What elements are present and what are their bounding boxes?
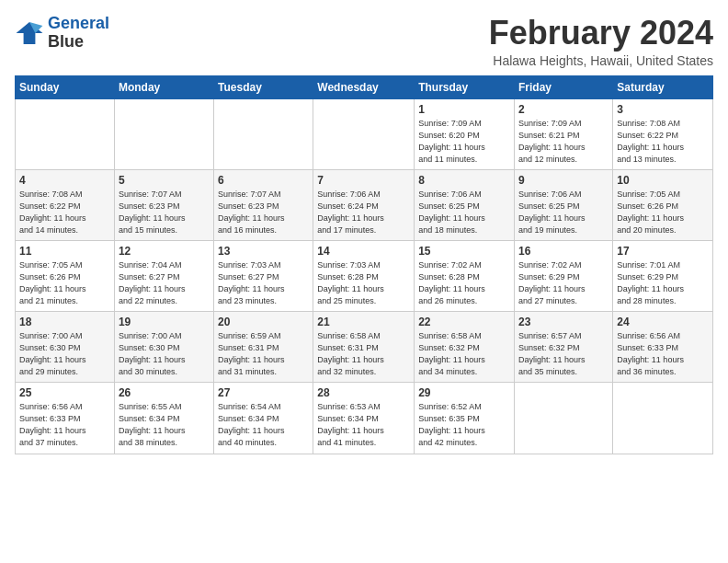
day-number: 19 bbox=[119, 316, 210, 328]
calendar-cell bbox=[16, 98, 115, 169]
day-info: Sunrise: 6:58 AM Sunset: 6:31 PM Dayligh… bbox=[317, 330, 410, 378]
day-of-week-header: Friday bbox=[515, 75, 613, 98]
day-number: 9 bbox=[518, 174, 609, 187]
calendar-cell: 25Sunrise: 6:56 AM Sunset: 6:33 PM Dayli… bbox=[16, 383, 115, 454]
calendar-cell: 17Sunrise: 7:01 AM Sunset: 6:29 PM Dayli… bbox=[613, 240, 713, 311]
day-number: 7 bbox=[317, 174, 410, 187]
calendar-cell: 21Sunrise: 6:58 AM Sunset: 6:31 PM Dayli… bbox=[313, 312, 415, 383]
day-info: Sunrise: 7:08 AM Sunset: 6:22 PM Dayligh… bbox=[617, 118, 709, 166]
day-info: Sunrise: 6:59 AM Sunset: 6:31 PM Dayligh… bbox=[218, 330, 309, 378]
day-info: Sunrise: 6:58 AM Sunset: 6:32 PM Dayligh… bbox=[418, 330, 510, 378]
day-number: 25 bbox=[19, 386, 110, 399]
day-number: 21 bbox=[317, 316, 410, 328]
calendar-cell: 16Sunrise: 7:02 AM Sunset: 6:29 PM Dayli… bbox=[515, 240, 613, 311]
day-of-week-header: Wednesday bbox=[313, 75, 415, 98]
day-number: 18 bbox=[19, 316, 110, 328]
day-info: Sunrise: 7:06 AM Sunset: 6:25 PM Dayligh… bbox=[518, 189, 609, 236]
calendar-cell: 4Sunrise: 7:08 AM Sunset: 6:22 PM Daylig… bbox=[16, 169, 115, 240]
calendar-cell bbox=[214, 98, 313, 169]
day-info: Sunrise: 7:01 AM Sunset: 6:29 PM Dayligh… bbox=[617, 259, 709, 307]
day-number: 13 bbox=[218, 245, 309, 258]
calendar-cell: 8Sunrise: 7:06 AM Sunset: 6:25 PM Daylig… bbox=[415, 169, 515, 240]
day-number: 6 bbox=[218, 174, 309, 187]
calendar-cell: 13Sunrise: 7:03 AM Sunset: 6:27 PM Dayli… bbox=[214, 240, 313, 311]
day-number: 23 bbox=[518, 316, 609, 328]
day-number: 12 bbox=[119, 245, 210, 258]
calendar-cell bbox=[313, 98, 415, 169]
day-number: 3 bbox=[617, 103, 709, 116]
day-info: Sunrise: 7:02 AM Sunset: 6:29 PM Dayligh… bbox=[518, 259, 609, 307]
day-number: 8 bbox=[418, 174, 510, 187]
day-number: 5 bbox=[119, 174, 210, 187]
day-info: Sunrise: 7:00 AM Sunset: 6:30 PM Dayligh… bbox=[119, 330, 210, 378]
logo: General Blue bbox=[15, 15, 109, 52]
day-info: Sunrise: 7:03 AM Sunset: 6:28 PM Dayligh… bbox=[317, 259, 410, 307]
day-info: Sunrise: 7:04 AM Sunset: 6:27 PM Dayligh… bbox=[119, 259, 210, 307]
calendar-cell: 20Sunrise: 6:59 AM Sunset: 6:31 PM Dayli… bbox=[214, 312, 313, 383]
day-info: Sunrise: 7:09 AM Sunset: 6:21 PM Dayligh… bbox=[518, 118, 609, 166]
logo-icon bbox=[15, 18, 44, 48]
calendar-cell: 29Sunrise: 6:52 AM Sunset: 6:35 PM Dayli… bbox=[415, 383, 515, 454]
calendar-table: SundayMondayTuesdayWednesdayThursdayFrid… bbox=[15, 75, 713, 454]
calendar-cell: 10Sunrise: 7:05 AM Sunset: 6:26 PM Dayli… bbox=[613, 169, 713, 240]
month-year-title: February 2024 bbox=[489, 15, 713, 52]
calendar-cell: 23Sunrise: 6:57 AM Sunset: 6:32 PM Dayli… bbox=[515, 312, 613, 383]
title-block: February 2024 Halawa Heights, Hawaii, Un… bbox=[489, 15, 713, 68]
day-info: Sunrise: 7:06 AM Sunset: 6:24 PM Dayligh… bbox=[317, 189, 410, 236]
day-info: Sunrise: 7:00 AM Sunset: 6:30 PM Dayligh… bbox=[19, 330, 110, 378]
location-subtitle: Halawa Heights, Hawaii, United States bbox=[489, 53, 713, 68]
day-number: 17 bbox=[617, 245, 709, 258]
page-header: General Blue February 2024 Halawa Height… bbox=[15, 15, 713, 68]
day-number: 26 bbox=[119, 386, 210, 399]
day-of-week-header: Sunday bbox=[16, 75, 115, 98]
day-info: Sunrise: 6:57 AM Sunset: 6:32 PM Dayligh… bbox=[518, 330, 609, 378]
day-number: 20 bbox=[218, 316, 309, 328]
day-info: Sunrise: 6:52 AM Sunset: 6:35 PM Dayligh… bbox=[418, 401, 510, 449]
calendar-cell: 19Sunrise: 7:00 AM Sunset: 6:30 PM Dayli… bbox=[114, 312, 213, 383]
calendar-week-row: 4Sunrise: 7:08 AM Sunset: 6:22 PM Daylig… bbox=[16, 169, 713, 240]
calendar-cell: 15Sunrise: 7:02 AM Sunset: 6:28 PM Dayli… bbox=[415, 240, 515, 311]
calendar-cell: 11Sunrise: 7:05 AM Sunset: 6:26 PM Dayli… bbox=[16, 240, 115, 311]
calendar-cell: 6Sunrise: 7:07 AM Sunset: 6:23 PM Daylig… bbox=[214, 169, 313, 240]
calendar-cell: 9Sunrise: 7:06 AM Sunset: 6:25 PM Daylig… bbox=[515, 169, 613, 240]
day-of-week-header: Monday bbox=[114, 75, 213, 98]
day-info: Sunrise: 7:08 AM Sunset: 6:22 PM Dayligh… bbox=[19, 189, 110, 236]
calendar-week-row: 25Sunrise: 6:56 AM Sunset: 6:33 PM Dayli… bbox=[16, 383, 713, 454]
day-number: 14 bbox=[317, 245, 410, 258]
day-number: 16 bbox=[518, 245, 609, 258]
calendar-cell: 7Sunrise: 7:06 AM Sunset: 6:24 PM Daylig… bbox=[313, 169, 415, 240]
calendar-cell: 26Sunrise: 6:55 AM Sunset: 6:34 PM Dayli… bbox=[114, 383, 213, 454]
day-number: 29 bbox=[418, 386, 510, 399]
day-info: Sunrise: 7:06 AM Sunset: 6:25 PM Dayligh… bbox=[418, 189, 510, 236]
calendar-cell bbox=[515, 383, 613, 454]
calendar-week-row: 1Sunrise: 7:09 AM Sunset: 6:20 PM Daylig… bbox=[16, 98, 713, 169]
calendar-header-row: SundayMondayTuesdayWednesdayThursdayFrid… bbox=[16, 75, 713, 98]
day-number: 10 bbox=[617, 174, 709, 187]
day-of-week-header: Thursday bbox=[415, 75, 515, 98]
calendar-cell: 18Sunrise: 7:00 AM Sunset: 6:30 PM Dayli… bbox=[16, 312, 115, 383]
day-info: Sunrise: 6:55 AM Sunset: 6:34 PM Dayligh… bbox=[119, 401, 210, 449]
calendar-cell: 5Sunrise: 7:07 AM Sunset: 6:23 PM Daylig… bbox=[114, 169, 213, 240]
day-info: Sunrise: 7:05 AM Sunset: 6:26 PM Dayligh… bbox=[19, 259, 110, 307]
calendar-cell: 12Sunrise: 7:04 AM Sunset: 6:27 PM Dayli… bbox=[114, 240, 213, 311]
day-info: Sunrise: 7:07 AM Sunset: 6:23 PM Dayligh… bbox=[119, 189, 210, 236]
calendar-cell: 22Sunrise: 6:58 AM Sunset: 6:32 PM Dayli… bbox=[415, 312, 515, 383]
day-info: Sunrise: 6:56 AM Sunset: 6:33 PM Dayligh… bbox=[19, 401, 110, 449]
day-info: Sunrise: 6:53 AM Sunset: 6:34 PM Dayligh… bbox=[317, 401, 410, 449]
day-of-week-header: Saturday bbox=[613, 75, 713, 98]
calendar-cell: 2Sunrise: 7:09 AM Sunset: 6:21 PM Daylig… bbox=[515, 98, 613, 169]
day-number: 22 bbox=[418, 316, 510, 328]
day-number: 1 bbox=[418, 103, 510, 116]
day-number: 2 bbox=[518, 103, 609, 116]
day-number: 27 bbox=[218, 386, 309, 399]
day-info: Sunrise: 6:56 AM Sunset: 6:33 PM Dayligh… bbox=[617, 330, 709, 378]
logo-text: General Blue bbox=[48, 15, 109, 52]
day-info: Sunrise: 7:09 AM Sunset: 6:20 PM Dayligh… bbox=[418, 118, 510, 166]
calendar-week-row: 18Sunrise: 7:00 AM Sunset: 6:30 PM Dayli… bbox=[16, 312, 713, 383]
calendar-cell: 28Sunrise: 6:53 AM Sunset: 6:34 PM Dayli… bbox=[313, 383, 415, 454]
calendar-cell: 24Sunrise: 6:56 AM Sunset: 6:33 PM Dayli… bbox=[613, 312, 713, 383]
day-number: 11 bbox=[19, 245, 110, 258]
day-info: Sunrise: 6:54 AM Sunset: 6:34 PM Dayligh… bbox=[218, 401, 309, 449]
calendar-week-row: 11Sunrise: 7:05 AM Sunset: 6:26 PM Dayli… bbox=[16, 240, 713, 311]
calendar-cell: 3Sunrise: 7:08 AM Sunset: 6:22 PM Daylig… bbox=[613, 98, 713, 169]
